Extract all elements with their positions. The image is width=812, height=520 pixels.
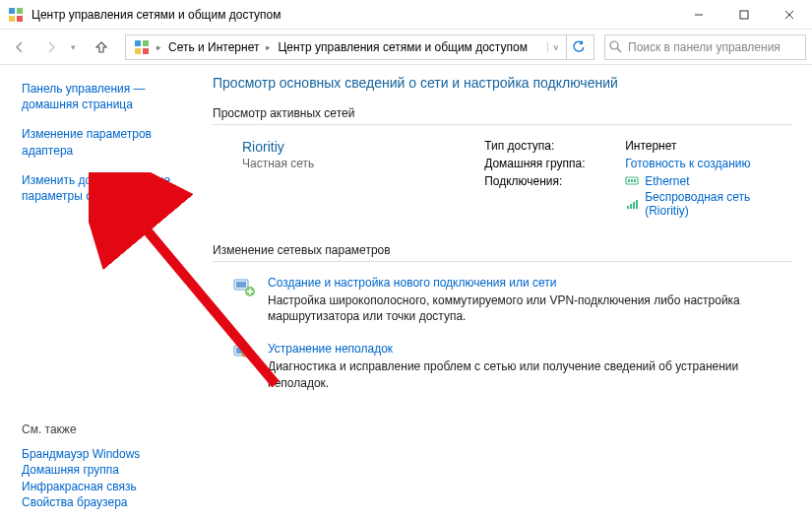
recent-dropdown-icon[interactable]: ▾ bbox=[69, 42, 78, 52]
forward-button[interactable] bbox=[37, 33, 65, 61]
window-title: Центр управления сетями и общим доступом bbox=[31, 8, 676, 22]
see-also-browser-properties[interactable]: Свойства браузера bbox=[22, 495, 128, 509]
sidebar-link-advanced-sharing[interactable]: Изменить дополнительные параметры общего… bbox=[22, 172, 183, 204]
connection-wifi-link[interactable]: Беспроводная сеть (Rioritiy) bbox=[645, 190, 792, 218]
search-input[interactable] bbox=[628, 40, 801, 54]
breadcrumb-root-icon[interactable] bbox=[130, 35, 154, 59]
svg-rect-9 bbox=[143, 40, 149, 46]
svg-rect-3 bbox=[17, 16, 23, 22]
svg-rect-11 bbox=[143, 48, 149, 54]
active-network-block: Rioritiy Частная сеть Тип доступа: Интер… bbox=[242, 139, 792, 218]
homegroup-link[interactable]: Готовность к созданию bbox=[625, 157, 792, 170]
connections-label: Подключения: bbox=[484, 174, 617, 218]
sidebar: Панель управления — домашняя страница Из… bbox=[0, 65, 195, 520]
svg-rect-21 bbox=[636, 200, 638, 209]
svg-rect-5 bbox=[740, 11, 748, 19]
minimize-button[interactable] bbox=[676, 0, 721, 30]
breadcrumb-current[interactable]: Центр управления сетями и общим доступом bbox=[274, 35, 531, 59]
titlebar: Центр управления сетями и общим доступом bbox=[0, 0, 812, 30]
search-icon bbox=[609, 40, 622, 53]
homegroup-label: Домашняя группа: bbox=[484, 157, 617, 170]
action-troubleshoot-desc: Диагностика и исправление проблем с сеть… bbox=[268, 358, 792, 390]
active-networks-label: Просмотр активных сетей bbox=[213, 106, 792, 125]
chevron-right-icon[interactable]: ▸ bbox=[156, 42, 162, 52]
new-connection-icon bbox=[232, 276, 256, 297]
see-also-list: Брандмауэр Windows Домашняя группа Инфра… bbox=[22, 446, 183, 510]
main-content: Просмотр основных сведений о сети и наст… bbox=[195, 65, 812, 520]
connection-ethernet-link[interactable]: Ethernet bbox=[645, 174, 689, 188]
see-also-firewall[interactable]: Брандмауэр Windows bbox=[22, 447, 140, 461]
svg-rect-1 bbox=[17, 8, 23, 14]
troubleshoot-icon bbox=[232, 342, 256, 363]
breadcrumb-network-internet[interactable]: Сеть и Интернет bbox=[164, 35, 263, 59]
svg-rect-15 bbox=[628, 179, 630, 182]
see-also-homegroup[interactable]: Домашняя группа bbox=[22, 463, 119, 477]
access-type-value: Интернет bbox=[625, 139, 792, 153]
svg-rect-19 bbox=[630, 204, 632, 209]
svg-rect-2 bbox=[9, 16, 15, 22]
chevron-right-icon[interactable]: ▸ bbox=[265, 42, 272, 52]
action-troubleshoot-link[interactable]: Устранение неполадок bbox=[268, 342, 393, 356]
see-also-heading: См. также bbox=[22, 415, 183, 436]
svg-point-29 bbox=[243, 352, 248, 357]
svg-rect-18 bbox=[627, 206, 629, 209]
change-settings-label: Изменение сетевых параметров bbox=[213, 243, 792, 262]
svg-rect-23 bbox=[236, 282, 246, 288]
ethernet-icon bbox=[625, 175, 639, 187]
close-button[interactable] bbox=[767, 0, 812, 30]
back-button[interactable] bbox=[6, 33, 33, 61]
see-also-infrared[interactable]: Инфракрасная связь bbox=[22, 480, 137, 493]
refresh-button[interactable] bbox=[566, 35, 590, 59]
window-controls bbox=[676, 0, 812, 30]
up-button[interactable] bbox=[88, 33, 115, 61]
page-title: Просмотр основных сведений о сети и наст… bbox=[213, 75, 792, 91]
nav-row: ▾ ▸ Сеть и Интернет ▸ Центр управления с… bbox=[0, 30, 812, 65]
svg-rect-16 bbox=[631, 179, 633, 182]
svg-line-13 bbox=[617, 48, 621, 52]
app-icon bbox=[8, 7, 24, 23]
action-new-connection: Создание и настройка нового подключения … bbox=[232, 276, 792, 324]
network-name: Rioritiy bbox=[242, 139, 465, 155]
svg-point-12 bbox=[610, 41, 618, 49]
chevron-down-icon[interactable]: v bbox=[547, 42, 565, 52]
sidebar-link-adapter-settings[interactable]: Изменение параметров адаптера bbox=[22, 126, 183, 158]
action-new-connection-link[interactable]: Создание и настройка нового подключения … bbox=[268, 276, 557, 290]
svg-rect-20 bbox=[633, 202, 635, 209]
svg-rect-8 bbox=[135, 40, 141, 46]
svg-rect-17 bbox=[634, 179, 636, 182]
sidebar-link-home[interactable]: Панель управления — домашняя страница bbox=[22, 81, 183, 112]
action-troubleshoot: Устранение неполадок Диагностика и испра… bbox=[232, 342, 792, 390]
svg-rect-10 bbox=[135, 48, 141, 54]
action-new-connection-desc: Настройка широкополосного, коммутируемог… bbox=[268, 292, 792, 324]
search-box[interactable] bbox=[604, 34, 806, 60]
network-type: Частная сеть bbox=[242, 157, 465, 170]
wifi-icon bbox=[625, 198, 639, 210]
breadcrumb[interactable]: ▸ Сеть и Интернет ▸ Центр управления сет… bbox=[125, 34, 594, 60]
svg-rect-0 bbox=[9, 8, 15, 14]
maximize-button[interactable] bbox=[721, 0, 767, 30]
access-type-label: Тип доступа: bbox=[484, 139, 617, 153]
